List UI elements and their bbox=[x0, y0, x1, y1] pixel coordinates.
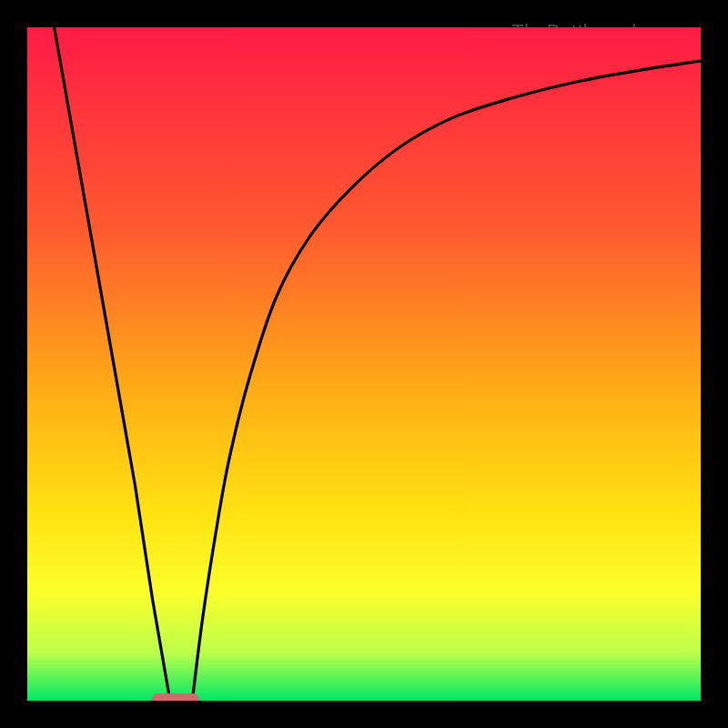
series-right-curve bbox=[192, 61, 701, 701]
chart-curves bbox=[27, 27, 701, 701]
series-left-leg bbox=[55, 27, 170, 701]
plot-area bbox=[27, 27, 701, 701]
bottom-marker bbox=[152, 693, 199, 701]
chart-frame: TheBottleneck.com bbox=[18, 18, 710, 710]
